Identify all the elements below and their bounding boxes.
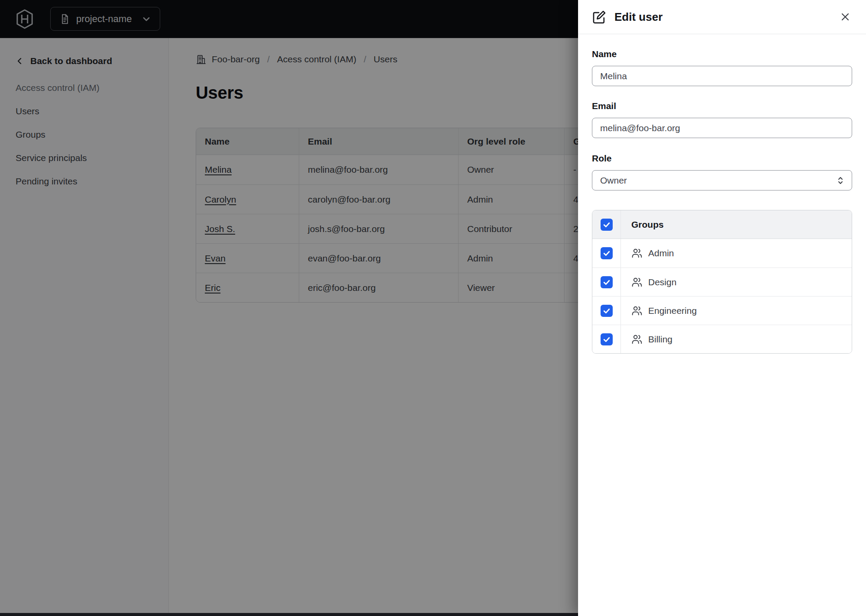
groups-rows: AdminDesignEngineeringBilling <box>592 239 852 353</box>
edit-pencil-icon <box>592 10 607 24</box>
app-window: project-name Back to dashboard Access co… <box>0 0 866 616</box>
select-chevrons-icon <box>835 175 846 186</box>
name-field-label: Name <box>592 48 852 60</box>
group-checkbox[interactable] <box>601 276 613 288</box>
email-field-label: Email <box>592 100 852 112</box>
group-checkbox[interactable] <box>601 305 613 317</box>
drawer-header: Edit user <box>578 0 866 34</box>
close-icon <box>839 11 851 23</box>
drawer-body: Name Email Role Owner <box>578 34 866 354</box>
role-field-group: Role Owner <box>592 153 852 190</box>
role-select-value: Owner <box>600 175 627 186</box>
user-group-icon <box>631 334 643 345</box>
groups-table: Groups AdminDesignEngineeringBilling <box>592 210 852 354</box>
close-button[interactable] <box>837 9 853 25</box>
role-select[interactable]: Owner <box>592 170 852 190</box>
edit-user-drawer: Edit user Name Email Role Owner <box>578 0 866 616</box>
group-row[interactable]: Engineering <box>592 296 852 325</box>
name-field-group: Name <box>592 48 852 86</box>
groups-select-all-checkbox[interactable] <box>601 219 613 231</box>
group-checkbox[interactable] <box>601 247 613 259</box>
email-field-group: Email <box>592 100 852 138</box>
drawer-title: Edit user <box>614 10 662 24</box>
group-row[interactable]: Design <box>592 268 852 296</box>
email-input[interactable] <box>592 118 852 138</box>
user-group-icon <box>631 305 643 316</box>
group-label: Billing <box>648 334 672 345</box>
groups-header-label: Groups <box>631 219 664 230</box>
group-checkbox[interactable] <box>601 333 613 345</box>
user-group-icon <box>631 277 643 288</box>
group-label: Admin <box>648 248 674 258</box>
group-label: Design <box>648 277 676 287</box>
groups-table-header: Groups <box>592 210 852 239</box>
group-row[interactable]: Admin <box>592 239 852 268</box>
role-field-label: Role <box>592 153 852 164</box>
name-input[interactable] <box>592 66 852 86</box>
user-group-icon <box>631 248 643 259</box>
group-row[interactable]: Billing <box>592 325 852 353</box>
group-label: Engineering <box>648 306 697 316</box>
